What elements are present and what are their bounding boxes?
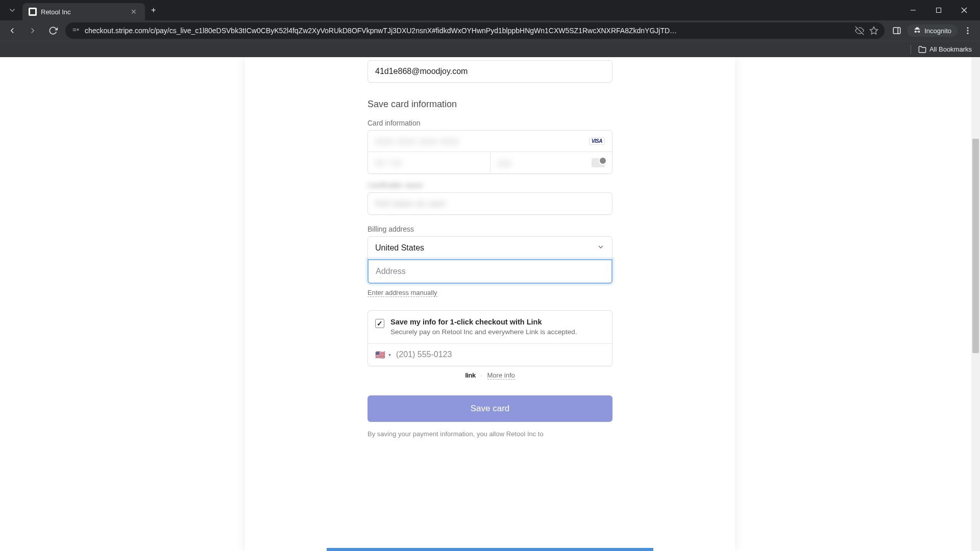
card-expiry-cvc-row: 11 / 11 111 xyxy=(368,152,612,173)
maximize-button[interactable] xyxy=(927,2,950,18)
save-info-checkbox[interactable]: ✓ xyxy=(375,319,384,328)
close-window-button[interactable] xyxy=(952,2,976,18)
back-button[interactable] xyxy=(4,22,20,39)
section-title: Save card information xyxy=(368,99,612,110)
side-panel-button[interactable] xyxy=(889,22,905,39)
cardholder-label-redacted: Cardholder name xyxy=(368,181,612,189)
country-select[interactable]: United States xyxy=(368,237,612,260)
bookmarks-bar: All Bookmarks xyxy=(0,41,980,57)
link-save-box: ✓ Save my info for 1-click checkout with… xyxy=(368,310,612,366)
link-brand-label: link xyxy=(465,371,475,379)
tab-search-button[interactable] xyxy=(4,2,20,18)
phone-placeholder: (201) 555-0123 xyxy=(396,350,452,359)
bookmark-star-icon[interactable] xyxy=(869,26,878,35)
incognito-label: Incognito xyxy=(924,27,951,35)
flag-icon: 🇺🇸 xyxy=(375,350,385,360)
flag-chevron-icon: ▾ xyxy=(388,352,391,358)
menu-button[interactable] xyxy=(960,22,976,39)
chevron-down-icon xyxy=(597,243,605,253)
incognito-badge[interactable]: Incognito xyxy=(907,24,958,37)
address-input-wrap xyxy=(368,259,612,284)
tab-title: Retool Inc xyxy=(41,8,125,16)
visa-badge-icon: VISA xyxy=(589,137,605,145)
page-viewport: 41d1e868@moodjoy.com Save card informati… xyxy=(0,57,980,551)
url-text: checkout.stripe.com/c/pay/cs_live_c1l80e… xyxy=(85,27,850,35)
svg-rect-9 xyxy=(893,28,900,34)
forward-button[interactable] xyxy=(24,22,41,39)
phone-field[interactable]: 🇺🇸 ▾ (201) 555-0123 xyxy=(368,343,612,366)
new-tab-button[interactable]: + xyxy=(145,6,162,15)
eye-off-icon[interactable] xyxy=(855,26,864,35)
progress-bar xyxy=(327,548,653,551)
browser-tab[interactable]: Retool Inc ✕ xyxy=(22,3,145,20)
checkout-form: 41d1e868@moodjoy.com Save card informati… xyxy=(368,57,612,439)
scrollbar[interactable] xyxy=(971,57,980,551)
link-save-description: Securely pay on Retool Inc and everywher… xyxy=(390,328,577,337)
browser-chrome: Retool Inc ✕ + checkout.stripe.com/c/pay… xyxy=(0,0,980,57)
checkmark-icon: ✓ xyxy=(377,319,383,328)
minimize-button[interactable] xyxy=(901,2,925,18)
billing-address-group: United States xyxy=(368,236,612,284)
email-field[interactable]: 41d1e868@moodjoy.com xyxy=(368,60,612,83)
cardholder-name-field[interactable]: Full name on card xyxy=(368,192,612,215)
card-number-field[interactable]: 1111 1111 1111 1111 VISA xyxy=(368,131,612,152)
save-card-button[interactable]: Save card xyxy=(368,395,612,422)
cvc-icon xyxy=(592,158,605,167)
svg-point-11 xyxy=(967,27,969,29)
svg-point-6 xyxy=(77,29,79,31)
card-info-label: Card information xyxy=(368,119,612,127)
card-cvc-field[interactable]: 111 xyxy=(490,152,612,173)
card-expiry-field[interactable]: 11 / 11 xyxy=(368,152,490,173)
toolbar: checkout.stripe.com/c/pay/cs_live_c1l80e… xyxy=(0,20,980,41)
site-info-icon[interactable] xyxy=(71,27,80,35)
link-footer: link · More info xyxy=(368,371,612,379)
checkout-container: 41d1e868@moodjoy.com Save card informati… xyxy=(245,57,735,551)
terms-text: By saving your payment information, you … xyxy=(368,429,612,439)
all-bookmarks-label: All Bookmarks xyxy=(929,45,972,53)
incognito-icon xyxy=(913,27,921,35)
folder-icon xyxy=(918,45,926,54)
svg-marker-8 xyxy=(870,27,878,34)
favicon-icon xyxy=(29,8,37,16)
country-value: United States xyxy=(375,243,424,253)
link-save-title: Save my info for 1-click checkout with L… xyxy=(390,318,577,326)
address-bar[interactable]: checkout.stripe.com/c/pay/cs_live_c1l80e… xyxy=(65,22,885,39)
reload-button[interactable] xyxy=(45,22,61,39)
email-value: 41d1e868@moodjoy.com xyxy=(375,67,468,76)
tab-bar: Retool Inc ✕ + xyxy=(0,0,980,20)
svg-rect-1 xyxy=(937,8,941,13)
more-info-link[interactable]: More info xyxy=(487,371,515,380)
card-number-redacted: 1111 1111 1111 1111 xyxy=(375,137,459,145)
close-tab-button[interactable]: ✕ xyxy=(129,7,139,17)
all-bookmarks-button[interactable]: All Bookmarks xyxy=(918,45,972,54)
address-input[interactable] xyxy=(369,260,611,283)
billing-address-label: Billing address xyxy=(368,225,612,233)
enter-address-manually-link[interactable]: Enter address manually xyxy=(368,289,437,297)
card-info-group: 1111 1111 1111 1111 VISA 11 / 11 111 xyxy=(368,130,612,174)
svg-point-12 xyxy=(967,30,969,32)
svg-point-13 xyxy=(967,33,969,34)
scrollbar-thumb[interactable] xyxy=(972,139,979,353)
